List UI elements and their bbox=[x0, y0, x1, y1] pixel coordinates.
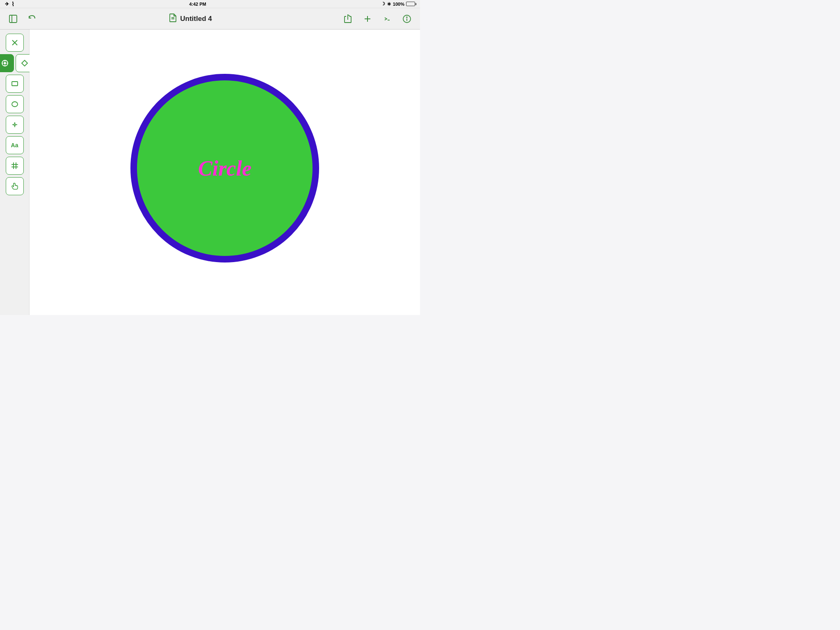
info-button[interactable] bbox=[400, 12, 413, 25]
plane-icon bbox=[5, 1, 9, 7]
share-button[interactable] bbox=[341, 12, 354, 25]
main-area: Aa Circle bbox=[0, 30, 420, 315]
undo-button[interactable] bbox=[26, 12, 39, 25]
status-time: 4:42 PM bbox=[189, 2, 206, 7]
select-tool-group bbox=[0, 54, 34, 72]
toolbar-left bbox=[7, 12, 39, 25]
canvas-area[interactable]: Circle bbox=[30, 30, 420, 315]
toolbar-center: Untitled 4 bbox=[169, 13, 212, 24]
svg-point-17 bbox=[4, 62, 6, 64]
svg-point-20 bbox=[14, 124, 16, 126]
text-tool-button[interactable]: Aa bbox=[6, 136, 24, 154]
status-bar: 4:42 PM 100% bbox=[0, 0, 420, 8]
document-title: Untitled 4 bbox=[180, 15, 212, 23]
svg-point-19 bbox=[12, 102, 18, 107]
sidebar-button[interactable] bbox=[7, 12, 20, 25]
battery-percent: 100% bbox=[393, 2, 404, 7]
select-tool-button[interactable] bbox=[0, 54, 14, 72]
top-toolbar: Untitled 4 bbox=[0, 8, 420, 30]
wifi-icon bbox=[11, 1, 14, 7]
hand-tool-button[interactable] bbox=[6, 177, 24, 195]
add-button[interactable] bbox=[361, 12, 374, 25]
frame-tool-button[interactable] bbox=[6, 157, 24, 175]
rectangle-tool-button[interactable] bbox=[6, 75, 24, 93]
bluetooth-icon bbox=[387, 1, 391, 7]
status-left bbox=[5, 1, 14, 7]
pen-tool-button[interactable] bbox=[6, 116, 24, 134]
battery-bar-icon bbox=[406, 2, 415, 6]
close-tool-button[interactable] bbox=[6, 34, 24, 52]
status-right: 100% bbox=[381, 1, 415, 7]
moon-icon bbox=[381, 1, 385, 7]
document-icon bbox=[169, 13, 177, 24]
svg-point-9 bbox=[406, 17, 407, 18]
left-toolbar: Aa bbox=[0, 30, 30, 315]
circle-label: Circle bbox=[198, 156, 251, 180]
circle-shape[interactable]: Circle bbox=[130, 74, 319, 262]
terminal-button[interactable] bbox=[381, 12, 394, 25]
svg-rect-0 bbox=[9, 15, 17, 23]
svg-rect-18 bbox=[12, 82, 18, 86]
toolbar-right bbox=[341, 12, 413, 25]
ellipse-tool-button[interactable] bbox=[6, 95, 24, 113]
